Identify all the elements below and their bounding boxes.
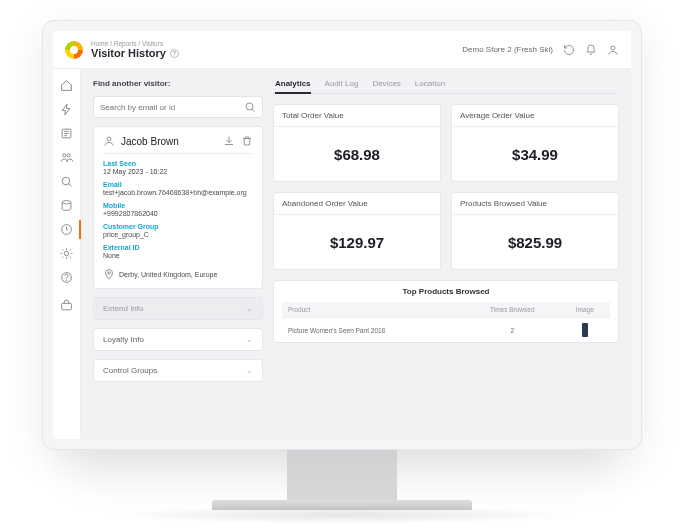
user-icon[interactable] (607, 44, 619, 56)
cell-product: Picture Women's Seen Pant 2018 (282, 318, 465, 343)
kpi-abandoned: Abandoned Order Value $129.97 (273, 192, 441, 270)
top-products-title: Top Products Browsed (282, 287, 610, 296)
svg-point-3 (67, 154, 70, 157)
help-icon[interactable]: ? (170, 49, 179, 58)
svg-rect-10 (62, 303, 72, 310)
tab-devices[interactable]: Devices (372, 79, 400, 88)
bell-icon[interactable] (585, 44, 597, 56)
mobile-label: Mobile (103, 202, 253, 209)
svg-point-4 (62, 177, 70, 185)
kpi-label: Products Browsed Value (452, 193, 618, 215)
home-icon (60, 79, 73, 92)
kpi-total-order: Total Order Value $68.98 (273, 104, 441, 182)
cell-image (560, 318, 610, 343)
top-products-card: Top Products Browsed Product Times Brows… (273, 280, 619, 343)
report-icon (60, 127, 73, 140)
tab-analytics[interactable]: Analytics (275, 79, 311, 88)
accordion-loyalty[interactable]: Loyalty Info⌄ (93, 328, 263, 351)
question-icon (60, 271, 73, 284)
nav-data[interactable] (53, 199, 80, 212)
kpi-avg-order: Average Order Value $34.99 (451, 104, 619, 182)
breadcrumb[interactable]: Home / Reports / Visitors (91, 40, 179, 47)
col-image: Image (560, 302, 610, 318)
svg-point-7 (64, 251, 68, 255)
svg-point-12 (107, 137, 111, 141)
kpi-value: $68.98 (274, 127, 440, 181)
nav-reports[interactable] (53, 127, 80, 140)
nav-campaigns[interactable] (53, 103, 80, 116)
briefcase-icon (60, 299, 73, 312)
svg-point-9 (66, 280, 67, 281)
clock-icon (60, 223, 73, 236)
svg-point-5 (62, 201, 71, 204)
accordion-extend[interactable]: Extend Info⌄ (93, 297, 263, 320)
nav-history[interactable] (53, 223, 80, 236)
search-nav-icon (60, 175, 73, 188)
kpi-value: $825.99 (452, 215, 618, 269)
mobile-value: +9992807862040 (103, 210, 158, 217)
nav-store[interactable] (53, 299, 80, 312)
chevron-down-icon: ⌄ (246, 304, 253, 313)
kpi-label: Average Order Value (452, 105, 618, 127)
location-value: Derby, United Kingdom, Europe (119, 271, 217, 278)
download-icon[interactable] (223, 135, 235, 147)
svg-point-11 (246, 103, 253, 110)
visitor-search[interactable] (93, 96, 263, 118)
email-value: test+jacob.brown.76468638+bh@example.org (103, 189, 247, 196)
col-times: Times Browsed (465, 302, 560, 318)
people-icon (60, 151, 73, 164)
visitor-card: Jacob Brown Last Seen 12 May 2023 - 10:2… (93, 126, 263, 289)
kpi-value: $129.97 (274, 215, 440, 269)
cell-times: 2 (465, 318, 560, 343)
group-label: Customer Group (103, 223, 253, 230)
trash-icon[interactable] (241, 135, 253, 147)
tab-audit-log[interactable]: Audit Log (325, 79, 359, 88)
store-selector[interactable]: Demo Store 2 (Fresh Ski) (462, 45, 553, 54)
svg-point-13 (108, 272, 111, 275)
nav-home[interactable] (53, 79, 80, 92)
nav-audience[interactable] (53, 151, 80, 164)
last-seen-value: 12 May 2023 - 10:22 (103, 168, 167, 175)
nav-search[interactable] (53, 175, 80, 188)
top-bar: Home / Reports / Visitors Visitor Histor… (53, 31, 631, 69)
kpi-label: Total Order Value (274, 105, 440, 127)
group-value: price_group_C (103, 231, 149, 238)
chevron-down-icon: ⌄ (246, 335, 253, 344)
nav-rail (53, 69, 81, 439)
visitor-name: Jacob Brown (121, 136, 179, 147)
app-logo-icon (65, 41, 83, 59)
bolt-icon (60, 103, 73, 116)
search-icon[interactable] (244, 101, 256, 113)
ext-label: External ID (103, 244, 253, 251)
accordion-control[interactable]: Control Groups⌄ (93, 359, 263, 382)
ext-value: None (103, 252, 120, 259)
search-input[interactable] (100, 103, 244, 112)
tab-location[interactable]: Location (415, 79, 445, 88)
detail-tabs: Analytics Audit Log Devices Location (273, 79, 619, 94)
pin-icon (103, 268, 115, 280)
product-thumb-icon (582, 323, 588, 337)
nav-help[interactable] (53, 271, 80, 284)
email-label: Email (103, 181, 253, 188)
page-title: Visitor History (91, 47, 166, 59)
refresh-icon[interactable] (563, 44, 575, 56)
plug-icon (60, 247, 73, 260)
database-icon (60, 199, 73, 212)
svg-point-2 (63, 154, 66, 157)
find-visitor-label: Find another visitor: (93, 79, 263, 88)
chevron-down-icon: ⌄ (246, 366, 253, 375)
kpi-label: Abandoned Order Value (274, 193, 440, 215)
avatar-icon (103, 135, 115, 147)
nav-integrations[interactable] (53, 247, 80, 260)
last-seen-label: Last Seen (103, 160, 253, 167)
table-row[interactable]: Picture Women's Seen Pant 2018 2 (282, 318, 610, 343)
kpi-value: $34.99 (452, 127, 618, 181)
kpi-browsed: Products Browsed Value $825.99 (451, 192, 619, 270)
col-product: Product (282, 302, 465, 318)
svg-point-0 (611, 46, 615, 50)
